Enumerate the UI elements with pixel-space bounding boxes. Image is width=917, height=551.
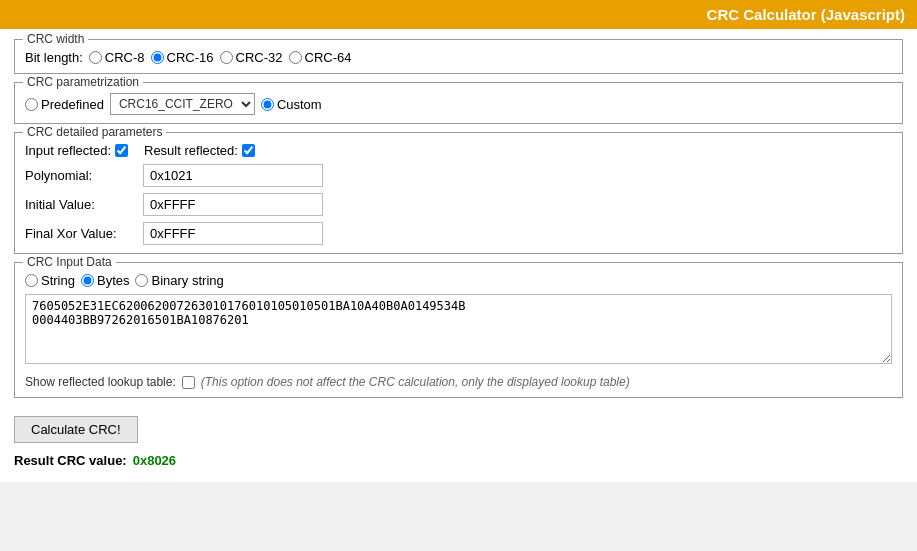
initial-value-input[interactable]: 0xFFFF xyxy=(143,193,323,216)
show-reflected-label: Show reflected lookup table: xyxy=(25,375,176,389)
bytes-radio-label[interactable]: Bytes xyxy=(81,273,130,288)
binary-label: Binary string xyxy=(151,273,223,288)
input-data-textarea[interactable]: 7605052E31EC6200620072630101760101050105… xyxy=(25,294,892,364)
crc16-radio-label[interactable]: CRC-16 xyxy=(151,50,214,65)
crc-width-group: CRC width Bit length: CRC-8 CRC-16 CRC-3… xyxy=(14,39,903,74)
crc8-label: CRC-8 xyxy=(105,50,145,65)
result-reflected-label[interactable]: Result reflected: xyxy=(144,143,255,158)
parametrization-row: Predefined CRC16_CCIT_ZERO Custom xyxy=(25,93,892,115)
crc-width-legend: CRC width xyxy=(23,32,88,46)
main-content: CRC width Bit length: CRC-8 CRC-16 CRC-3… xyxy=(0,29,917,482)
crc-input-legend: CRC Input Data xyxy=(23,255,116,269)
crc32-radio-label[interactable]: CRC-32 xyxy=(220,50,283,65)
bytes-label: Bytes xyxy=(97,273,130,288)
crc8-radio-label[interactable]: CRC-8 xyxy=(89,50,145,65)
input-type-row: String Bytes Binary string xyxy=(25,273,892,288)
bytes-radio[interactable] xyxy=(81,274,94,287)
crc-parametrization-legend: CRC parametrization xyxy=(23,75,143,89)
predefined-radio-label[interactable]: Predefined xyxy=(25,97,104,112)
crc64-label: CRC-64 xyxy=(305,50,352,65)
result-reflected-checkbox[interactable] xyxy=(242,144,255,157)
final-xor-input[interactable]: 0xFFFF xyxy=(143,222,323,245)
bit-length-label: Bit length: xyxy=(25,50,83,65)
crc32-radio[interactable] xyxy=(220,51,233,64)
polynomial-label: Polynomial: xyxy=(25,168,135,183)
final-xor-row: Final Xor Value: 0xFFFF xyxy=(25,222,892,245)
crc64-radio-label[interactable]: CRC-64 xyxy=(289,50,352,65)
crc-parametrization-group: CRC parametrization Predefined CRC16_CCI… xyxy=(14,82,903,124)
crc16-radio[interactable] xyxy=(151,51,164,64)
calculate-button[interactable]: Calculate CRC! xyxy=(14,416,138,443)
initial-value-label: Initial Value: xyxy=(25,197,135,212)
polynomial-input[interactable]: 0x1021 xyxy=(143,164,323,187)
binary-radio-label[interactable]: Binary string xyxy=(135,273,223,288)
result-label: Result CRC value: xyxy=(14,453,127,468)
custom-radio-label[interactable]: Custom xyxy=(261,97,322,112)
predefined-select[interactable]: CRC16_CCIT_ZERO xyxy=(110,93,255,115)
input-reflected-label[interactable]: Input reflected: xyxy=(25,143,128,158)
title-bar: CRC Calculator (Javascript) xyxy=(0,0,917,29)
result-row: Result CRC value: 0x8026 xyxy=(14,453,903,468)
polynomial-row: Polynomial: 0x1021 xyxy=(25,164,892,187)
crc-detailed-group: CRC detailed parameters Input reflected:… xyxy=(14,132,903,254)
crc-input-data-group: CRC Input Data String Bytes Binary strin… xyxy=(14,262,903,398)
show-reflected-row: Show reflected lookup table: (This optio… xyxy=(25,375,892,389)
string-radio-label[interactable]: String xyxy=(25,273,75,288)
predefined-radio[interactable] xyxy=(25,98,38,111)
string-radio[interactable] xyxy=(25,274,38,287)
result-value: 0x8026 xyxy=(133,453,176,468)
crc32-label: CRC-32 xyxy=(236,50,283,65)
show-reflected-checkbox[interactable] xyxy=(182,376,195,389)
custom-label: Custom xyxy=(277,97,322,112)
input-reflected-checkbox[interactable] xyxy=(115,144,128,157)
binary-radio[interactable] xyxy=(135,274,148,287)
custom-radio[interactable] xyxy=(261,98,274,111)
reflect-row: Input reflected: Result reflected: xyxy=(25,143,892,158)
input-reflected-text: Input reflected: xyxy=(25,143,111,158)
initial-value-row: Initial Value: 0xFFFF xyxy=(25,193,892,216)
crc-detailed-legend: CRC detailed parameters xyxy=(23,125,166,139)
final-xor-label: Final Xor Value: xyxy=(25,226,135,241)
bit-length-row: Bit length: CRC-8 CRC-16 CRC-32 CRC-64 xyxy=(25,50,892,65)
show-reflected-note: (This option does not affect the CRC cal… xyxy=(201,375,630,389)
crc8-radio[interactable] xyxy=(89,51,102,64)
string-label: String xyxy=(41,273,75,288)
title-bar-text: CRC Calculator (Javascript) xyxy=(707,6,905,23)
result-reflected-text: Result reflected: xyxy=(144,143,238,158)
crc16-label: CRC-16 xyxy=(167,50,214,65)
predefined-label: Predefined xyxy=(41,97,104,112)
crc64-radio[interactable] xyxy=(289,51,302,64)
